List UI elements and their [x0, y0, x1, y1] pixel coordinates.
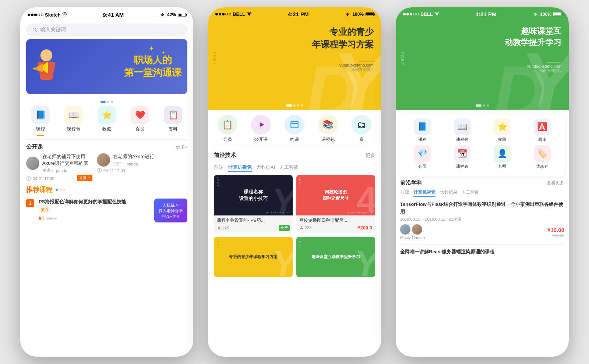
- svg-rect-6: [33, 68, 37, 69]
- time-3: 4:21 PM: [476, 11, 497, 17]
- price-old-0: ¥39.9: [47, 216, 57, 221]
- cat-icon-3: ❤️: [131, 106, 149, 124]
- cat-item-0[interactable]: 📘 课程: [31, 106, 50, 136]
- p3-item-3[interactable]: 🅰️ 题库: [529, 118, 555, 142]
- p2-tag-1[interactable]: 计算机视觉: [228, 164, 252, 172]
- p3-icons-section: 📘 课程 📖 课程包 ⭐ 收藏 🅰️ 题库: [399, 114, 565, 176]
- p2-cat-4[interactable]: 🗂 资: [352, 115, 371, 143]
- p2-section-more[interactable]: 更多: [366, 152, 375, 159]
- search-icon: [32, 27, 37, 32]
- p3-section-header: 前沿学科 查看更多: [400, 179, 564, 186]
- p3-item-7[interactable]: 🏷️ 优惠券: [529, 145, 555, 169]
- p3-item-1[interactable]: 📖 课程包: [449, 118, 475, 142]
- p3-course-0[interactable]: TensorFlow与Flask结合打造手写体数字识别通过一个小案例出串联各组件…: [400, 201, 564, 240]
- svg-marker-8: [260, 122, 264, 127]
- carrier-2: BELL: [233, 11, 245, 17]
- p3-icon-7: 🏷️: [534, 145, 551, 162]
- open-course-more[interactable]: 更多 ›: [176, 144, 187, 150]
- cat-item-2[interactable]: ⭐ 收藏: [98, 106, 116, 136]
- search-placeholder: 输入关键词: [40, 26, 66, 33]
- p3-icon-0: 📘: [414, 118, 431, 135]
- p2-cat-3[interactable]: 📚 课程包: [318, 115, 338, 143]
- course-tag-0: 英语: [39, 207, 50, 213]
- p2-grid-price-1: ¥200.0: [357, 225, 372, 231]
- recommend-title: 推荐课程: [26, 185, 53, 194]
- p3-icon-1: 📖: [454, 118, 471, 135]
- phone2: BELL 4:21 PM 100% YDKT Y D 专业的青少 年课程学习方案: [208, 7, 381, 357]
- svg-point-2: [40, 49, 52, 61]
- p2-cat-0[interactable]: 📋 会员: [218, 115, 237, 143]
- p2-grid-card-1[interactable]: 4 YDKT 网校轮播图四种适配尺寸 yunduoketang.com 网校轮播…: [296, 175, 375, 233]
- p3-item-6[interactable]: 👤 名师: [489, 145, 515, 169]
- p2-cat-2[interactable]: 约课: [285, 115, 304, 143]
- p3-divider-0: [400, 244, 564, 245]
- time-1: 9:41 AM: [103, 12, 124, 18]
- p2-cat-1[interactable]: 公开课: [251, 115, 271, 143]
- p3-section-title: 前沿学科: [400, 179, 422, 186]
- p3-item-0[interactable]: 📘 课程: [409, 118, 435, 142]
- carrier-3: BELL: [420, 11, 433, 17]
- cat-icon-2: ⭐: [98, 106, 116, 124]
- p3-more[interactable]: 查看更多: [547, 180, 564, 186]
- p2-course-grid-1: Y YDKT 专业的青少年课程学习方案 Y YDKT 趣味课堂互动教学提升学习: [208, 237, 381, 281]
- wifi-icon-1: [62, 12, 67, 17]
- cat-label-2: 收藏: [102, 126, 111, 132]
- course-card-0[interactable]: 在老师的辅导下使用Axure进行交互稿的实 主讲：panda 🕐 04-21 1…: [26, 153, 92, 181]
- cat-label-3: 会员: [135, 126, 144, 132]
- p3-avatars-0: [400, 224, 425, 235]
- section-header-1: 公开课 更多 ›: [20, 140, 193, 153]
- p3-icon-5: 📆: [454, 145, 471, 162]
- p2-tag-3[interactable]: 人工智能: [279, 164, 299, 172]
- phone3-header: BELL 4:21 PM 100% YDKT Y D 趣味课堂互 动教学提升学习…: [396, 7, 569, 110]
- p3-item-2[interactable]: ⭐ 收藏: [489, 118, 515, 142]
- course-list-1: 在老师的辅导下使用Axure进行交互稿的实 主讲：panda 🕐 04-21 1…: [20, 153, 193, 185]
- banner-1: 职场人的 第一堂沟通课 ✦ ✦: [26, 39, 187, 94]
- p3-icon-6: 👤: [494, 145, 511, 162]
- p3-icon-4: 💎: [414, 145, 431, 162]
- p3-tag-0[interactable]: 前端: [400, 189, 409, 197]
- free-badge-0: 免费: [279, 225, 290, 231]
- bluetooth-icon-1: [159, 13, 165, 17]
- course-meta-0: 主讲：panda: [42, 168, 92, 173]
- status-bar-3: BELL 4:21 PM 100%: [396, 11, 569, 19]
- svg-point-15: [437, 15, 437, 16]
- cat-icon-0: 📘: [31, 106, 50, 124]
- time-2: 4:21 PM: [288, 11, 309, 17]
- phone3: BELL 4:21 PM 100% YDKT Y D 趣味课堂互 动教学提升学习…: [396, 7, 569, 357]
- search-bar[interactable]: 输入关键词: [26, 24, 187, 36]
- price-new-0: ¥1: [39, 215, 45, 221]
- p2-tag-2[interactable]: 大数据AI: [256, 164, 275, 172]
- cat-item-1[interactable]: 📖 课程包: [64, 106, 83, 136]
- cat-item-4[interactable]: 📋 资料: [164, 106, 182, 136]
- banner-illustration: [30, 46, 63, 94]
- p2-grid-card-2[interactable]: Y YDKT 专业的青少年课程学习方案: [214, 237, 293, 277]
- p3-tag-3[interactable]: 人工智能: [462, 189, 479, 197]
- banner2-sub: yunduoketang.com 示例专用图片: [339, 61, 374, 72]
- p3-label-7: 优惠券: [536, 164, 548, 169]
- recommend-dots: [56, 189, 65, 191]
- p2-cat-label-3: 课程包: [321, 136, 335, 143]
- p3-tag-1[interactable]: 计算机视觉: [413, 189, 435, 197]
- recommend-card-0[interactable]: 1 PS海报配色详解如何更好的掌握配色技能 英语 ¥1 ¥39.9 人机练习真人…: [26, 199, 187, 222]
- p2-grid-card-0[interactable]: Y YDKT 课程名称设置的小技巧 yunduoketang.com 课程名称设…: [214, 175, 293, 233]
- p2-grid-card-3[interactable]: Y YDKT 趣味课堂互动教学提升学习: [296, 237, 375, 277]
- category-row-1: 📘 课程 📖 课程包 ⭐ 收藏 ❤️ 会员 📋 资料: [20, 103, 193, 137]
- p3-label-6: 名师: [498, 164, 506, 169]
- p2-cat-icon-0: 📋: [218, 115, 237, 135]
- p3-item-4[interactable]: 💎 会员: [409, 145, 435, 169]
- p3-row-1: 📘 课程 📖 课程包 ⭐ 收藏 🅰️ 题库: [402, 118, 562, 142]
- p3-item-5[interactable]: 📆 课程表: [449, 145, 475, 169]
- p2-tag-0[interactable]: 前端: [214, 164, 223, 172]
- course-card-1[interactable]: 在老师的Axure进行: 主讲：panda 🕐 04-21 17:00: [97, 153, 163, 181]
- p2-grid-students-0: 225: [217, 226, 229, 230]
- cat-item-3[interactable]: ❤️ 会员: [131, 106, 149, 136]
- p3-tag-2[interactable]: 大数据AI: [440, 189, 457, 197]
- p2-grid-students-1: 225: [299, 225, 311, 230]
- course-time-0: 🕐 04-21 17:00: [26, 176, 54, 181]
- p3-course-1[interactable]: 全网唯一讲解React服务器端渲染原理的课程: [400, 248, 564, 256]
- banner3-title: 趣味课堂互 动教学提升学习: [505, 26, 561, 49]
- course-meta-1: 主讲：panda: [113, 161, 156, 167]
- phone2-content: 📋 会员 公开课 约课 📚 课程包: [208, 110, 381, 357]
- p3-row-2: 💎 会员 📆 课程表 👤 名师 🏷️ 优惠券: [402, 145, 562, 169]
- p2-cat-icon-1: [251, 115, 271, 135]
